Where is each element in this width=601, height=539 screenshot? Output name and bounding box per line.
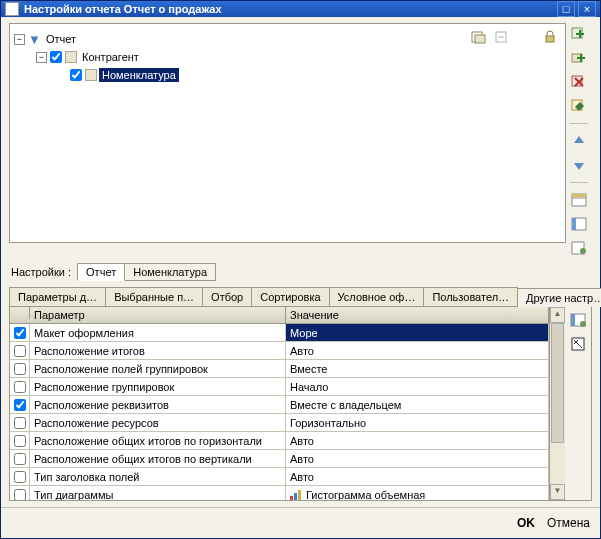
add-group-icon[interactable] — [570, 49, 588, 67]
row-value-text: Авто — [290, 345, 314, 357]
tab-selected[interactable]: Выбранные п… — [105, 287, 203, 306]
row-checkbox-cell — [10, 468, 30, 485]
tab-sort[interactable]: Сортировка — [251, 287, 329, 306]
table-row[interactable]: Расположение итоговАвто — [10, 342, 549, 360]
tree-node-1[interactable]: − Контрагент — [14, 48, 561, 66]
row-param: Расположение полей группировок — [30, 360, 286, 377]
tree-node-2[interactable]: Номенклатура — [14, 66, 561, 84]
tree-root-label: Отчет — [43, 32, 79, 46]
expander-icon[interactable]: − — [14, 34, 25, 45]
move-up-icon[interactable] — [570, 132, 588, 150]
report-icon — [5, 2, 19, 16]
grid-area: Параметр Значение Макет оформленияМореРа… — [9, 307, 592, 501]
row-checkbox[interactable] — [14, 453, 26, 465]
footer: OK Отмена — [1, 507, 600, 538]
row-checkbox[interactable] — [14, 363, 26, 375]
expander-icon[interactable]: − — [36, 52, 47, 63]
properties-icon[interactable] — [570, 239, 588, 257]
svg-point-21 — [580, 248, 586, 254]
vertical-scrollbar[interactable]: ▲ ▼ — [549, 307, 565, 500]
row-checkbox[interactable] — [14, 327, 26, 339]
add-icon[interactable] — [570, 25, 588, 43]
selector-tabs: Отчет Номенклатура — [77, 263, 216, 281]
row-value-text: Начало — [290, 381, 328, 393]
settings-window: Настройки отчета Отчет о продажах □ × − … — [0, 0, 601, 539]
scroll-up-icon[interactable]: ▲ — [550, 307, 565, 323]
row-value[interactable]: Авто — [286, 342, 549, 359]
tab-conditional[interactable]: Условное оф… — [329, 287, 425, 306]
row-value[interactable]: Гистограмма объемная — [286, 486, 549, 500]
scroll-down-icon[interactable]: ▼ — [550, 484, 565, 500]
tree-panel: − ▼ Отчет − Контрагент Номенклатура — [9, 23, 566, 243]
row-value-text: Гистограмма объемная — [306, 489, 425, 501]
row-checkbox[interactable] — [14, 489, 26, 501]
close-button[interactable]: × — [578, 1, 596, 17]
settings-label: Настройки : — [11, 266, 71, 278]
row-checkbox[interactable] — [14, 381, 26, 393]
tree-tool-1-icon[interactable] — [469, 28, 487, 46]
row-value[interactable]: Горизонтально — [286, 414, 549, 431]
tab-filter[interactable]: Отбор — [202, 287, 252, 306]
table-row[interactable]: Расположение группировокНачало — [10, 378, 549, 396]
chart-icon — [290, 489, 302, 501]
row-value[interactable]: Начало — [286, 378, 549, 395]
row-value[interactable]: Вместе с владельцем — [286, 396, 549, 413]
edit-icon[interactable] — [570, 97, 588, 115]
row-value-text: Вместе с владельцем — [290, 399, 401, 411]
row-value-text: Вместе — [290, 363, 327, 375]
row-checkbox-cell — [10, 486, 30, 500]
row-checkbox[interactable] — [14, 417, 26, 429]
row-checkbox-cell — [10, 396, 30, 413]
grid-tool-icon[interactable] — [569, 311, 587, 329]
grid-side-toolbar — [565, 307, 591, 500]
grid-header-param[interactable]: Параметр — [30, 307, 286, 323]
svg-rect-19 — [572, 218, 576, 230]
grid-body: Макет оформленияМореРасположение итоговА… — [10, 324, 549, 500]
table-row[interactable]: Расположение полей группировокВместе — [10, 360, 549, 378]
tab-other[interactable]: Другие настр… — [517, 288, 601, 307]
help-button[interactable]: □ — [557, 1, 575, 17]
row-value[interactable]: Вместе — [286, 360, 549, 377]
table-row[interactable]: Расположение ресурсовГоризонтально — [10, 414, 549, 432]
row-value[interactable]: Море — [286, 324, 549, 341]
row-value[interactable]: Авто — [286, 450, 549, 467]
funnel-icon: ▼ — [28, 32, 41, 47]
delete-icon[interactable] — [570, 73, 588, 91]
tree-node-label: Контрагент — [79, 50, 142, 64]
table-row[interactable]: Расположение реквизитовВместе с владельц… — [10, 396, 549, 414]
table-icon[interactable] — [570, 191, 588, 209]
row-value[interactable]: Авто — [286, 432, 549, 449]
row-checkbox[interactable] — [14, 435, 26, 447]
table-row[interactable]: Тип заголовка полейАвто — [10, 468, 549, 486]
table-row[interactable]: Тип диаграммыГистограмма объемная — [10, 486, 549, 500]
move-down-icon[interactable] — [570, 156, 588, 174]
main-tabs-region: Параметры д… Выбранные п… Отбор Сортиров… — [9, 287, 592, 501]
table-row[interactable]: Макет оформленияМоре — [10, 324, 549, 342]
row-value-text: Авто — [290, 471, 314, 483]
tab-user[interactable]: Пользовател… — [423, 287, 518, 306]
row-value-text: Море — [290, 327, 318, 339]
lock-icon[interactable] — [541, 28, 559, 46]
row-checkbox[interactable] — [14, 471, 26, 483]
tab-params[interactable]: Параметры д… — [9, 287, 106, 306]
detail-icon[interactable] — [570, 215, 588, 233]
table-row[interactable]: Расположение общих итогов по горизонтали… — [10, 432, 549, 450]
tree-tool-2-icon[interactable] — [493, 28, 511, 46]
tree-checkbox[interactable] — [70, 69, 82, 81]
row-param: Расположение группировок — [30, 378, 286, 395]
scroll-thumb[interactable] — [551, 323, 564, 443]
cancel-button[interactable]: Отмена — [547, 516, 590, 530]
row-checkbox[interactable] — [14, 399, 26, 411]
grid-header-value[interactable]: Значение — [286, 307, 549, 323]
selector-tab-nomenclature[interactable]: Номенклатура — [125, 263, 216, 281]
row-value-text: Авто — [290, 435, 314, 447]
ok-button[interactable]: OK — [517, 516, 535, 530]
window-title: Настройки отчета Отчет о продажах — [24, 3, 554, 15]
tree-checkbox[interactable] — [50, 51, 62, 63]
row-param: Расположение реквизитов — [30, 396, 286, 413]
row-checkbox[interactable] — [14, 345, 26, 357]
selector-tab-report[interactable]: Отчет — [77, 263, 125, 281]
table-row[interactable]: Расположение общих итогов по вертикалиАв… — [10, 450, 549, 468]
custom-icon[interactable] — [569, 335, 587, 353]
row-value[interactable]: Авто — [286, 468, 549, 485]
